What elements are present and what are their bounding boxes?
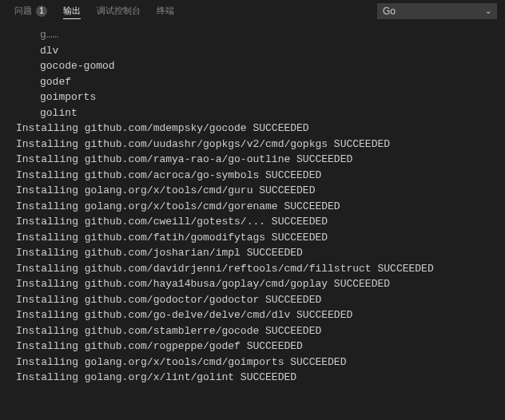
- install-line: Installing github.com/josharian/impl SUC…: [16, 245, 495, 261]
- tab-terminal-label: 终端: [157, 5, 174, 17]
- install-line: Installing github.com/godoctor/godoctor …: [16, 292, 495, 308]
- install-line: Installing github.com/acroca/go-symbols …: [16, 168, 495, 184]
- install-line: Installing golang.org/x/tools/cmd/guru S…: [16, 183, 495, 199]
- install-line: Installing github.com/fatih/gomodifytags…: [16, 230, 495, 246]
- install-line: Installing golang.org/x/tools/cmd/goimpo…: [16, 355, 495, 370]
- pending-tool: goimports: [16, 89, 495, 105]
- output-channel-value: Go: [383, 6, 396, 17]
- panel-tools: Go ⌄: [377, 3, 505, 19]
- pending-tool: gocode-gomod: [16, 58, 495, 74]
- chevron-down-icon: ⌄: [485, 6, 491, 15]
- install-line: Installing github.com/ramya-rao-a/go-out…: [16, 152, 495, 168]
- install-line: Installing github.com/cweill/gotests/...…: [16, 214, 495, 230]
- tab-problems-label: 问题: [14, 5, 32, 17]
- install-line: Installing github.com/davidrjenni/reftoo…: [16, 261, 495, 277]
- tab-terminal[interactable]: 终端: [149, 2, 182, 20]
- tab-debug-label: 调试控制台: [97, 5, 141, 17]
- output-area[interactable]: g……dlvgocode-gomodgodefgoimportsgolintIn…: [0, 22, 505, 420]
- install-line: Installing github.com/haya14busa/goplay/…: [16, 276, 495, 292]
- panel-tabs: 问题 1 输出 调试控制台 终端 Go ⌄: [0, 0, 505, 22]
- tab-debug-console[interactable]: 调试控制台: [89, 2, 149, 20]
- install-line: Installing github.com/stamblerre/gocode …: [16, 323, 495, 339]
- output-channel-select[interactable]: Go ⌄: [377, 3, 497, 19]
- pending-tool: g……: [16, 27, 495, 43]
- pending-tool: dlv: [16, 43, 495, 59]
- install-line: Installing github.com/uudashr/gopkgs/v2/…: [16, 137, 495, 153]
- install-line: Installing github.com/rogpeppe/godef SUC…: [16, 339, 495, 355]
- tab-output[interactable]: 输出: [55, 2, 89, 20]
- tab-problems[interactable]: 问题 1: [6, 2, 55, 20]
- install-line: Installing golang.org/x/lint/golint SUCC…: [16, 370, 495, 386]
- pending-tool: godef: [16, 74, 495, 90]
- problems-count-badge: 1: [36, 6, 47, 17]
- install-line: Installing golang.org/x/tools/cmd/gorena…: [16, 199, 495, 215]
- install-line: Installing github.com/go-delve/delve/cmd…: [16, 307, 495, 323]
- install-line: Installing github.com/mdempsky/gocode SU…: [16, 121, 495, 137]
- tab-output-label: 输出: [63, 5, 81, 17]
- pending-tool: golint: [16, 105, 495, 121]
